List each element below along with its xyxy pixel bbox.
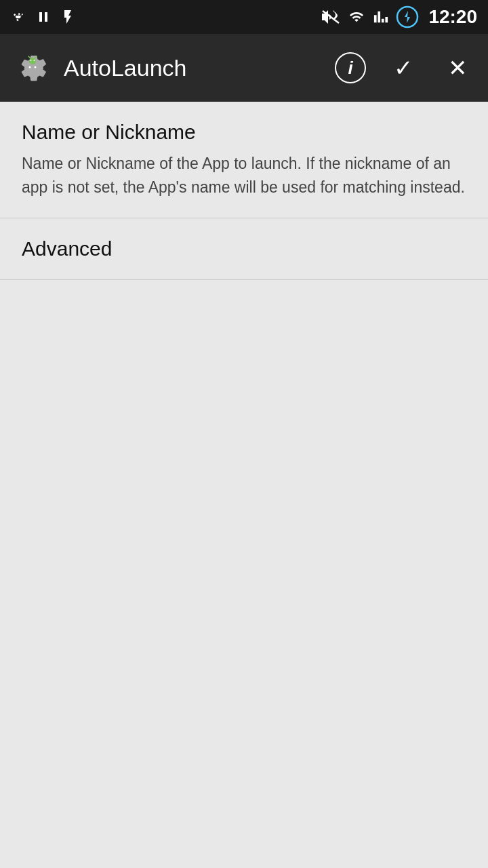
svg-point-2 — [29, 66, 31, 68]
app-bar-actions: i ✓ ✕ — [335, 51, 474, 85]
svg-point-5 — [30, 60, 32, 61]
signal-icon — [373, 9, 389, 24]
mute-icon — [321, 9, 340, 24]
status-bar-right-icons: 12:20 — [321, 5, 477, 28]
app-logo-icon — [14, 49, 52, 87]
status-time: 12:20 — [428, 6, 477, 28]
close-button[interactable]: ✕ — [441, 51, 474, 85]
svg-point-1 — [397, 7, 418, 27]
info-button[interactable]: i — [335, 52, 366, 83]
app-title: AutoLaunch — [64, 55, 323, 81]
advanced-section[interactable]: Advanced — [0, 218, 488, 280]
confirm-button[interactable]: ✓ — [386, 51, 420, 85]
battery-charging-icon — [396, 5, 419, 28]
check-icon: ✓ — [394, 54, 413, 81]
status-bar-left-icons — [11, 9, 76, 25]
info-icon: i — [348, 58, 352, 79]
status-bar: 12:20 — [0, 0, 488, 34]
name-or-nickname-title: Name or Nickname — [22, 121, 466, 144]
wifi-icon — [347, 9, 366, 24]
name-or-nickname-description: Name or Nickname of the App to launch. I… — [22, 152, 466, 199]
main-content: Name or Nickname Name or Nickname of the… — [0, 102, 488, 280]
svg-point-3 — [35, 66, 37, 68]
pause-icon — [35, 9, 52, 25]
advanced-title: Advanced — [22, 237, 466, 260]
name-or-nickname-section[interactable]: Name or Nickname Name or Nickname of the… — [0, 102, 488, 218]
app-bar: AutoLaunch i ✓ ✕ — [0, 34, 488, 102]
svg-point-4 — [29, 58, 36, 64]
svg-point-6 — [34, 60, 35, 61]
svg-line-7 — [28, 56, 30, 58]
flash-icon — [60, 9, 76, 25]
close-icon: ✕ — [448, 54, 467, 81]
usb-icon — [11, 9, 27, 25]
